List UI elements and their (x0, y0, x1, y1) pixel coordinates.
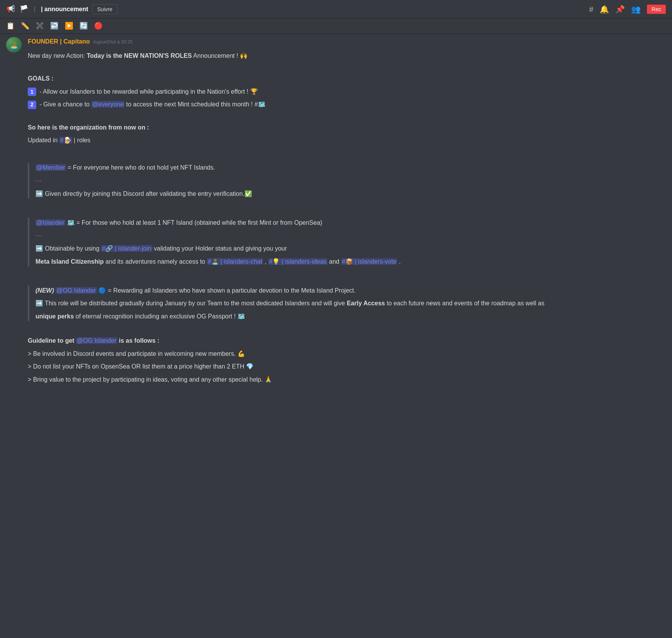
message-body: New day new Action: Today is the NEW NAT… (28, 51, 666, 384)
action-icon-2[interactable]: ✏️ (21, 21, 29, 31)
hashtag-icon[interactable]: # (589, 3, 593, 15)
message-container: 🏝️ FOUNDER | Capitano Aujourd'hui à 00:2… (0, 34, 672, 391)
islander-mention[interactable]: @Islander (35, 219, 65, 226)
pin-icon[interactable]: 📌 (615, 3, 625, 15)
member-desc: = For everyone here who do not hold yet … (67, 164, 215, 171)
avatar-image: 🏝️ (6, 37, 22, 52)
bell-mute-icon[interactable]: 🔔 (600, 3, 609, 15)
top-bar-left: 📢 🏳️ | | announcement Suivre (6, 4, 589, 14)
everyone-mention[interactable]: @everyone (91, 101, 125, 108)
og-new-label: (NEW) (35, 287, 54, 294)
flag-icon[interactable]: 🏳️ (19, 5, 29, 14)
action-icon-4[interactable]: ↩️ (50, 21, 59, 31)
islander-divider: --- (35, 231, 666, 241)
comma-space: , (265, 258, 268, 265)
islander-obtainable: ➡️ Obtainable by using #🔗 | islander-joi… (35, 244, 666, 254)
intro-bold: Today is the NEW NATION'S ROLES (87, 52, 192, 59)
goal-badge-1: 1 (28, 88, 36, 96)
intro-end: Announcement ! 🙌 (193, 52, 248, 59)
member-role: @Member = For everyone here who do not h… (35, 163, 666, 173)
arrow-emoji-3: ➡️ (35, 300, 43, 306)
member-divider: --- (35, 176, 666, 186)
access-text: and its adventures namely access to (105, 258, 207, 265)
and-text: and (329, 258, 341, 265)
og-passport-text: of eternal recognition including an excl… (76, 313, 245, 320)
goal-2: 2 - Give a chance to @everyone to access… (28, 99, 666, 109)
top-bar: 📢 🏳️ | | announcement Suivre # 🔔 📌 👥 Rec (0, 0, 672, 19)
channel-name: | announcement (41, 5, 88, 14)
goal-1-text: - Allow our Islanders to be rewarded whi… (39, 88, 258, 95)
islander-emoji: 🗺️ (67, 219, 75, 226)
goal-2-post: to access the next Mint scheduled this m… (126, 101, 266, 108)
timestamp: Aujourd'hui à 00:25 (93, 39, 133, 45)
og-early-access: Early Access (347, 300, 385, 306)
arrow-emoji-1: ➡️ (35, 190, 43, 197)
og-unique-perks: unique perks (35, 313, 74, 320)
megaphone-icon[interactable]: 📢 (6, 5, 15, 14)
author-name: FOUNDER | Capitano (28, 37, 90, 46)
member-mention[interactable]: @Member (35, 164, 66, 171)
action-icon-7[interactable]: 🔴 (94, 21, 103, 31)
intro-text: New day new Action: (28, 52, 87, 59)
member-section: @Member = For everyone here who do not h… (28, 163, 666, 199)
follow-button[interactable]: Suivre (92, 4, 118, 14)
og-desc: = Rewarding all Islanders who have shown… (108, 287, 356, 294)
goal-badge-2: 2 (28, 101, 36, 109)
guideline-2: > Do not list your NFTs on OpsenSea OR l… (28, 362, 666, 372)
action-icon-3[interactable]: ✖️ (35, 21, 44, 31)
islanders-vote-channel[interactable]: #📦 | islanders-vote (341, 258, 397, 265)
guideline-post: is as follows : (119, 337, 159, 344)
org-label: So here is the organization from now on … (28, 123, 666, 133)
og-section: (NEW) @OG Islander 🔵 = Rewarding all Isl… (28, 286, 666, 322)
intro-paragraph: New day new Action: Today is the NEW NAT… (28, 51, 666, 61)
guideline-header: Guideline to get @OG Islander is as foll… (28, 336, 666, 346)
rec-button[interactable]: Rec (647, 5, 666, 14)
members-icon[interactable]: 👥 (631, 3, 641, 15)
obtainable-text: Obtainable by using (45, 245, 101, 252)
citizenship-bold: Meta Island Citizenship (35, 258, 104, 265)
action-icon-5[interactable]: ▶️ (65, 21, 73, 31)
guideline-1: > Be involved in Discord events and part… (28, 349, 666, 359)
validating-text: validating your Holder status and giving… (154, 245, 287, 252)
member-given: ➡️ Given directly by joining this Discor… (35, 189, 666, 199)
goals-label: GOALS : (28, 74, 666, 84)
og-role: (NEW) @OG Islander 🔵 = Rewarding all Isl… (35, 286, 666, 296)
action-icon-1[interactable]: 📋 (6, 21, 15, 31)
og-unique: unique perks of eternal recognition incl… (35, 311, 666, 322)
og-mention[interactable]: @OG Islander (56, 287, 97, 294)
period: . (399, 258, 401, 265)
islander-desc: = For those who hold at least 1 NFT Isla… (76, 219, 322, 226)
islander-role: @Islander 🗺️ = For those who hold at lea… (35, 218, 666, 228)
og-guideline-mention[interactable]: @OG Islander (76, 337, 117, 344)
og-distributed-text: This role will be distributed gradually … (45, 300, 347, 306)
goal-1: 1 - Allow our Islanders to be rewarded w… (28, 87, 666, 97)
islanders-chat-channel[interactable]: #🏝️ | islanders-chat (207, 258, 263, 265)
guideline-pre: Guideline to get (28, 337, 76, 344)
message-header: FOUNDER | Capitano Aujourd'hui à 00:25 (28, 37, 666, 46)
org-updated: Updated in #🍺 | roles (28, 135, 666, 145)
islander-citizenship: Meta Island Citizenship and its adventur… (35, 257, 666, 267)
og-emoji: 🔵 (98, 287, 106, 294)
og-events-text: to each future news and events of the ro… (387, 300, 544, 306)
roles-channel[interactable]: #🍺 (59, 137, 72, 143)
action-icon-6[interactable]: 🔄 (79, 21, 88, 31)
og-distributed: ➡️ This role will be distributed gradual… (35, 298, 666, 308)
message-content: FOUNDER | Capitano Aujourd'hui à 00:25 N… (28, 37, 666, 387)
avatar: 🏝️ (6, 37, 22, 52)
islanders-ideas-channel[interactable]: #💡 | islanders-ideas (268, 258, 328, 265)
guideline-3: > Bring value to the project by particip… (28, 375, 666, 385)
top-bar-right: # 🔔 📌 👥 Rec (589, 3, 666, 15)
member-given-text: Given directly by joining this Discord a… (45, 190, 252, 197)
islander-section: @Islander 🗺️ = For those who hold at lea… (28, 218, 666, 266)
goal-2-pre: - Give a chance to (39, 101, 91, 108)
arrow-emoji-2: ➡️ (35, 245, 43, 252)
islander-join-channel[interactable]: #🔗 | islander-join (101, 245, 152, 252)
